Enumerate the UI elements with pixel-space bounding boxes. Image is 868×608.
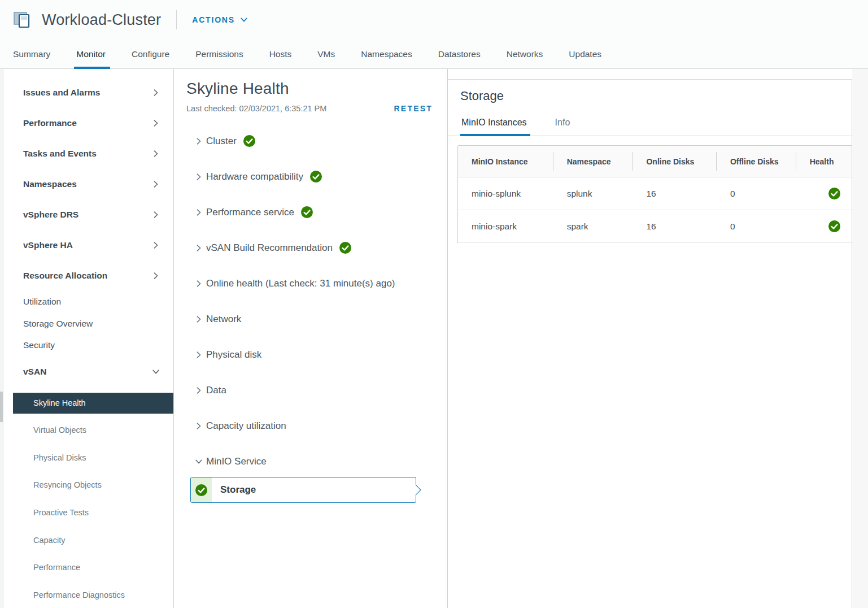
health-check-network[interactable]: Network <box>186 301 447 337</box>
detail-tab-info[interactable]: Info <box>554 115 572 136</box>
success-icon-strip <box>191 477 212 502</box>
tab-vms[interactable]: VMs <box>304 40 348 68</box>
detail-tab-minio-instances[interactable]: MinIO Instances <box>460 115 528 136</box>
tab-networks[interactable]: Networks <box>494 40 556 68</box>
chevron-right-icon <box>195 386 203 394</box>
health-check-physical-disk[interactable]: Physical disk <box>186 337 447 372</box>
success-check-icon <box>301 206 313 218</box>
sidebar-item-vsan[interactable]: vSAN <box>3 357 173 387</box>
health-check-data[interactable]: Data <box>186 372 447 408</box>
sidebar-item-label: Performance <box>33 563 80 572</box>
sidebar-item-tasks-and-events[interactable]: Tasks and Events <box>3 138 173 169</box>
tab-configure[interactable]: Configure <box>119 40 182 68</box>
chevron-right-icon <box>195 351 203 359</box>
chevron-right-icon <box>152 119 160 127</box>
chevron-right-icon <box>195 137 203 145</box>
health-check-minio-service[interactable]: MinIO Service <box>186 444 447 479</box>
chevron-right-icon <box>195 422 203 430</box>
health-check-hardware-compatibility[interactable]: Hardware compatibility <box>186 159 447 194</box>
table-cell: minio-spark <box>458 210 553 242</box>
sidebar-item-issues-and-alarms[interactable]: Issues and Alarms <box>3 77 173 108</box>
sidebar-item-physical-disks[interactable]: Physical Disks <box>3 447 174 469</box>
sidebar-item-label: Physical Disks <box>33 453 86 462</box>
sidebar-item-label: Security <box>23 340 55 350</box>
column-header-online-disks[interactable]: Online Disks <box>633 146 716 177</box>
chevron-right-icon <box>195 315 203 323</box>
table-row-minio-spark[interactable]: minio-sparkspark160 <box>458 210 852 243</box>
sidebar-item-performance[interactable]: Performance <box>3 108 173 138</box>
last-checked-text: Last checked: 02/03/2021, 6:35:21 PM <box>186 104 326 113</box>
object-tab-bar: SummaryMonitorConfigurePermissionsHostsV… <box>0 40 868 69</box>
health-check-label: Capacity utilization <box>206 416 286 436</box>
sidebar-item-performance[interactable]: Performance <box>3 557 174 579</box>
storage-check-selected[interactable]: Storage <box>190 477 416 503</box>
table-cell: minio-splunk <box>458 177 553 210</box>
success-check-icon <box>195 484 207 496</box>
tab-hosts[interactable]: Hosts <box>256 40 305 68</box>
storage-check-label: Storage <box>220 484 256 496</box>
success-check-icon <box>310 171 322 183</box>
sidebar-item-capacity[interactable]: Capacity <box>3 529 174 551</box>
tab-permissions[interactable]: Permissions <box>182 40 256 68</box>
storage-detail-panel: Storage MinIO InstancesInfo MinIO Instan… <box>448 79 852 608</box>
sidebar-item-performance-diagnostics[interactable]: Performance Diagnostics <box>3 584 174 606</box>
column-header-minio-instance[interactable]: MinIO Instance <box>458 146 553 177</box>
tab-monitor[interactable]: Monitor <box>63 40 119 68</box>
tab-updates[interactable]: Updates <box>556 40 614 68</box>
sidebar-item-utilization[interactable]: Utilization <box>3 291 173 313</box>
sidebar-item-label: vSphere DRS <box>23 210 78 220</box>
detail-tab-bar: MinIO InstancesInfo <box>448 115 852 136</box>
sidebar-item-virtual-objects[interactable]: Virtual Objects <box>3 419 174 441</box>
chevron-right-icon <box>152 150 160 158</box>
column-header-offline-disks[interactable]: Offline Disks <box>717 146 796 177</box>
sidebar-item-storage-overview[interactable]: Storage Overview <box>3 313 173 335</box>
health-check-label: Performance service <box>206 202 294 223</box>
sidebar-item-security[interactable]: Security <box>3 335 173 357</box>
success-check-icon <box>339 242 351 254</box>
column-header-health[interactable]: Health <box>796 146 852 177</box>
sidebar-item-label: Capacity <box>33 536 65 545</box>
chevron-right-icon <box>152 241 160 249</box>
health-check-cluster[interactable]: Cluster <box>186 123 447 159</box>
tab-namespaces[interactable]: Namespaces <box>348 40 425 68</box>
object-header: Workload-Cluster ACTIONS <box>0 0 868 40</box>
chevron-right-icon <box>195 244 203 252</box>
sidebar-item-label: Utilization <box>23 297 61 307</box>
retest-button[interactable]: RETEST <box>394 104 433 113</box>
sidebar-item-label: Namespaces <box>23 179 77 189</box>
health-check-capacity-utilization[interactable]: Capacity utilization <box>186 408 447 444</box>
chevron-right-icon <box>195 173 203 181</box>
actions-menu-button[interactable]: ACTIONS <box>192 15 248 24</box>
health-check-online-health-last-check-31-minute-s-ago[interactable]: Online health (Last check: 31 minute(s) … <box>186 266 447 301</box>
sidebar-item-namespaces[interactable]: Namespaces <box>3 169 173 199</box>
health-check-performance-service[interactable]: Performance service <box>186 194 447 230</box>
actions-label: ACTIONS <box>192 15 235 24</box>
callout-pointer-icon <box>411 485 421 495</box>
sidebar-item-vsphere-ha[interactable]: vSphere HA <box>3 230 173 260</box>
health-check-label: vSAN Build Recommendation <box>206 238 333 258</box>
health-check-list: ClusterHardware compatibilityPerformance… <box>186 123 447 479</box>
detail-panel-wrap: Storage MinIO InstancesInfo MinIO Instan… <box>447 69 868 608</box>
sidebar-item-label: Performance <box>23 118 77 128</box>
sidebar-item-skyline-health[interactable]: Skyline Health <box>13 393 174 414</box>
health-check-label: Online health (Last check: 31 minute(s) … <box>206 273 395 294</box>
panel-title: Skyline Health <box>186 79 447 98</box>
skyline-health-panel: Skyline Health Last checked: 02/03/2021,… <box>174 69 447 608</box>
sidebar-item-proactive-tests[interactable]: Proactive Tests <box>3 502 174 524</box>
sidebar-item-label: Tasks and Events <box>23 149 97 159</box>
table-cell: 0 <box>717 177 796 210</box>
sidebar-item-label: Storage Overview <box>23 319 93 329</box>
health-check-vsan-build-recommendation[interactable]: vSAN Build Recommendation <box>186 230 447 266</box>
table-row-minio-splunk[interactable]: minio-splunksplunk160 <box>458 177 852 210</box>
sidebar-item-resource-allocation[interactable]: Resource Allocation <box>3 260 173 291</box>
table-cell: splunk <box>553 177 633 210</box>
panel-resize-handle[interactable] <box>0 392 3 422</box>
chevron-right-icon <box>152 211 160 219</box>
column-header-namespace[interactable]: Namespace <box>553 146 633 177</box>
tab-datastores[interactable]: Datastores <box>425 40 494 68</box>
sidebar-item-vsphere-drs[interactable]: vSphere DRS <box>3 199 173 230</box>
tab-summary[interactable]: Summary <box>0 40 63 68</box>
health-cell <box>796 177 852 210</box>
sidebar-item-resyncing-objects[interactable]: Resyncing Objects <box>3 474 174 496</box>
health-check-label: MinIO Service <box>206 451 267 472</box>
